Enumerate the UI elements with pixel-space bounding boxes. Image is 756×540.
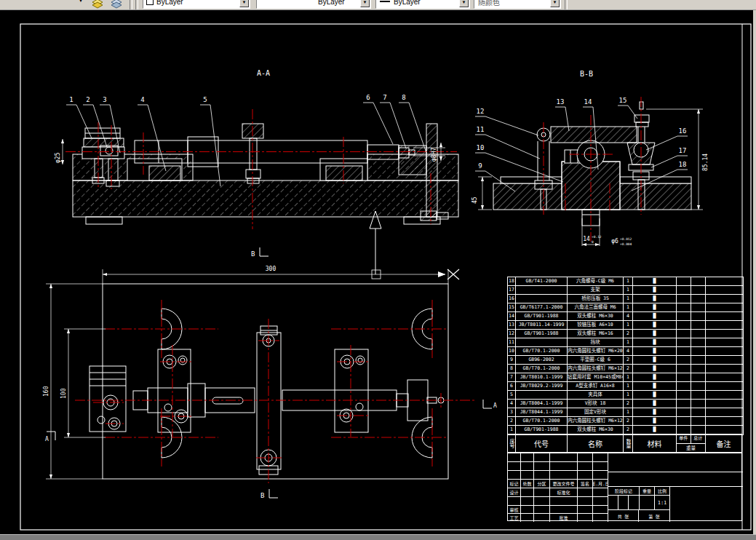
bom-row: 15GB/T6177.1-2000六角法兰面螺母 M61█	[508, 303, 743, 312]
window-bottom-edge	[0, 534, 756, 540]
tb-standardization: 标准化	[550, 488, 578, 497]
callout-numbers: 1 2 3 4 5 6 7 8	[69, 94, 405, 103]
tb-process: 工艺	[508, 514, 521, 522]
window-right-edge	[753, 9, 756, 534]
tb-drawing-code-cell	[608, 453, 743, 472]
tb-stage-mark: 阶段标记	[608, 487, 640, 496]
bom-header-total: 总计	[691, 434, 705, 443]
bom-row: 14GB/T901-1988双头螺柱 M6×304█	[508, 312, 743, 321]
bom-row: 17支架1█	[508, 286, 743, 295]
section-b-label-top: B	[251, 250, 255, 258]
prev-combo-arrow-icon[interactable]: ▼	[79, 0, 83, 3]
tb-label-count: 处数	[521, 480, 534, 488]
callout-15: 15	[619, 97, 627, 104]
tb-label-mark: 标记	[508, 480, 521, 488]
bb-dim-bottom-tol-upper: +0.12	[592, 235, 602, 239]
bb-dim-hole: φ6	[611, 238, 618, 245]
centerlines	[75, 300, 477, 483]
bb-dim-left: 45	[471, 196, 478, 204]
toolbar-separator	[135, 0, 138, 9]
tb-weight: 重量	[640, 487, 655, 496]
bom-table: 18GB/T41-2000六角螺母-C级 M61█17支架1█16桥形压板 35…	[507, 277, 744, 435]
bb-dim-bottom: 14	[583, 236, 590, 242]
bom-row: 9GB96-2002平垫圈-C级 62█	[508, 356, 743, 365]
tb-drawing-name-cell	[608, 472, 743, 487]
bom-row: 3JB/T8044.1-1999固定V形块1█	[508, 408, 743, 417]
bom-row: 11挡块1█	[508, 338, 743, 347]
bom-row: 16桥形压板 351█	[508, 295, 743, 303]
bom-row: 2GB/T70.1-2000内六角圆柱头螺钉 M6×122█	[508, 417, 743, 426]
section-a-label-right: A	[493, 402, 497, 409]
callout-8: 8	[402, 94, 405, 101]
callout-2: 2	[86, 96, 89, 103]
bom-row: 4JB/T8004.1-1999V形块 182█	[508, 400, 743, 408]
plan-dim-length: 160	[43, 386, 49, 397]
combo-arrow-icon[interactable]: ▼	[360, 0, 370, 7]
callout-7: 7	[383, 94, 386, 101]
blip-mark	[447, 269, 459, 279]
bom-header-unit: 单件	[677, 434, 691, 443]
plan-dimensions	[46, 269, 448, 479]
callout-6: 6	[366, 94, 370, 101]
bom-row: 10GB/T70.1-2000内六角圆柱头螺钉 M6×204█	[508, 347, 743, 356]
aa-dim-right: φ8H7	[431, 148, 437, 162]
tb-review: 审核	[508, 506, 521, 514]
bom-row: 8GB/T70.1-2000内六角圆柱头螺钉 M6×122█	[508, 365, 743, 373]
callout-3: 3	[103, 96, 106, 103]
plotstyle-combobox[interactable]: 随颜色 ▼	[474, 0, 561, 9]
callout-18: 18	[679, 161, 687, 168]
bom-header: 序号 代号 名称 数量 材料 单件 总计 重量 备注	[507, 434, 742, 453]
callout-16: 16	[679, 127, 687, 135]
tb-label-date: 年.月.日	[593, 480, 608, 488]
plan-dim-inner: 100	[60, 388, 67, 399]
section-aa-label: A-A	[257, 69, 270, 77]
bom-row: 7JB/T8010.1-1999钻套用衬套 M10×45或M8×481█	[508, 373, 743, 382]
callout-1: 1	[69, 96, 73, 103]
toolbar-separator	[130, 0, 132, 9]
callout-9: 9	[478, 162, 482, 170]
bom-row: 12GB/T901-1988双头螺柱 M6×162█	[508, 330, 743, 338]
bom-header-weight: 重量	[677, 444, 705, 453]
color-swatch-icon	[146, 0, 154, 5]
properties-toolbar: ▼ ByLayer ▼ ByLayer ▼ ByLayer	[0, 0, 756, 10]
tb-label-sign: 签名	[578, 480, 593, 488]
combo-arrow-icon[interactable]: ▼	[239, 0, 249, 7]
linetype-combobox[interactable]: ByLayer ▼	[256, 0, 371, 9]
bom-header-weight-group: 单件 总计 重量	[677, 434, 706, 452]
bom-header-code: 代号	[516, 434, 568, 452]
lineweight-combobox[interactable]: ByLayer ▼	[375, 0, 470, 9]
plotstyle-value: 随颜色	[478, 0, 500, 7]
tb-scale-value: 1:1	[655, 496, 670, 510]
combo-arrow-icon[interactable]: ▼	[550, 0, 560, 7]
bom-header-material: 材料	[633, 434, 677, 452]
toolbar-separator	[565, 0, 568, 9]
callout-4: 4	[140, 96, 144, 103]
plan-view: 300 160 100 B B A A	[43, 247, 497, 499]
layer-properties-icon[interactable]	[109, 0, 124, 10]
bom-header-no: 序号	[508, 434, 516, 452]
callout-17: 17	[679, 147, 687, 154]
bom-header-remark: 备注	[706, 434, 741, 452]
bom-row: 6JB/T8029.2-1999A型支承钉 A16×81█	[508, 382, 743, 391]
plan-dim-width: 300	[266, 266, 276, 272]
bom-header-qty: 数量	[624, 434, 633, 452]
color-value: ByLayer	[156, 0, 183, 6]
section-aa-view: A-A	[55, 69, 458, 274]
tb-unit-cell	[670, 487, 743, 522]
layers-icon[interactable]	[90, 0, 105, 10]
bb-dim-height: 85.14	[702, 154, 709, 171]
tb-label-docno: 更改文件号	[550, 480, 578, 488]
bom-row: 18GB/T41-2000六角螺母-C级 M61█	[508, 277, 743, 286]
bom-row: 13JB/T8011.14-1999铰链压板 A6×101█	[508, 321, 743, 330]
combo-arrow-icon[interactable]: ▼	[459, 0, 469, 7]
callout-11: 11	[477, 126, 485, 133]
bb-dim-hole-tol-upper: +0.012	[620, 237, 632, 241]
bom-row: 5夹具体1█	[508, 391, 743, 400]
linetype-value: ByLayer	[318, 0, 345, 6]
callout-12: 12	[477, 108, 485, 115]
bb-dim-hole-tol-lower: +0.004	[620, 242, 632, 246]
layer-color-combobox[interactable]: ByLayer ▼	[143, 0, 250, 9]
tb-label-zone: 分区	[534, 480, 550, 488]
title-block: 标记 处数 分区 更改文件号 签名 年.月.日 设计 标准化 审核 工艺 批准 …	[507, 453, 742, 521]
tb-sheet-total: 共 张	[608, 510, 639, 522]
